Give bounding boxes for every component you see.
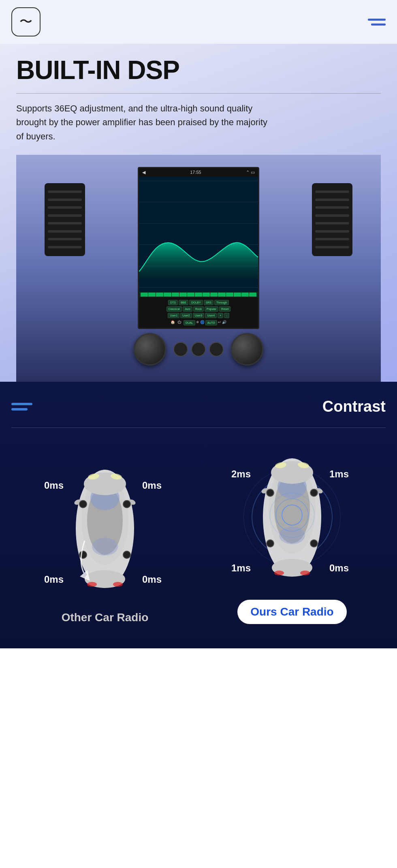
svg-point-16	[113, 582, 123, 587]
svg-point-28	[267, 540, 274, 547]
screen-time: 17:55	[190, 170, 201, 175]
svg-point-29	[310, 540, 318, 547]
hero-description: Supports 36EQ adjustment, and the ultra-…	[16, 102, 275, 143]
bottom-controls	[134, 333, 263, 366]
hero-divider	[16, 93, 381, 94]
ours-timing-bot-left: 1ms	[231, 562, 251, 574]
logo: 〜	[11, 7, 41, 36]
other-car-svg	[64, 460, 145, 597]
svg-point-9	[79, 500, 87, 508]
header: 〜	[0, 0, 397, 44]
eq-bars-row	[139, 292, 258, 297]
other-car-label: Other Car Radio	[62, 611, 149, 624]
hero-section: BUILT-IN DSP Supports 36EQ adjustment, a…	[0, 44, 397, 382]
car-comparison: 0ms 0ms 0ms 0ms	[11, 444, 386, 624]
contrast-title: Contrast	[322, 398, 386, 415]
ours-car-column: 2ms 1ms 1ms 0ms	[235, 444, 349, 624]
other-car-column: 0ms 0ms 0ms 0ms	[48, 455, 162, 624]
svg-point-27	[310, 489, 318, 496]
other-timing-bot-left: 0ms	[44, 574, 64, 585]
screen-controls: DTS BBE DOLBY SRS Through Classical Jazz…	[139, 297, 258, 328]
ours-car-view: 2ms 1ms 1ms 0ms	[235, 444, 349, 590]
contrast-line-1	[11, 403, 32, 405]
right-vent	[312, 183, 352, 256]
screen-status-bar: ◀ 17:55 ⌃ ▭	[139, 168, 258, 177]
hero-title: BUILT-IN DSP	[16, 56, 381, 84]
svg-point-33	[300, 571, 310, 575]
hamburger-line-2	[371, 24, 386, 26]
eq-display	[139, 177, 258, 292]
svg-point-4	[92, 538, 118, 556]
svg-point-15	[87, 582, 97, 587]
dash-interior: ◀ 17:55 ⌃ ▭	[45, 159, 352, 378]
svg-point-32	[274, 571, 284, 575]
svg-point-10	[123, 500, 130, 508]
svg-point-12	[123, 551, 130, 558]
left-knob[interactable]	[134, 333, 166, 366]
contrast-header: Contrast	[11, 398, 386, 415]
dashboard-image: ◀ 17:55 ⌃ ▭	[16, 155, 381, 382]
eq-curve-svg	[139, 231, 258, 280]
other-car-view: 0ms 0ms 0ms 0ms	[48, 455, 162, 601]
contrast-line-2	[11, 408, 28, 410]
right-knob[interactable]	[231, 333, 263, 366]
center-screen: ◀ 17:55 ⌃ ▭	[138, 167, 259, 329]
ours-car-label-button[interactable]: Ours Car Radio	[237, 600, 346, 624]
other-timing-top-left: 0ms	[44, 480, 64, 491]
svg-point-11	[79, 551, 87, 558]
svg-point-26	[267, 489, 274, 496]
ours-timing-top-left: 2ms	[231, 468, 251, 480]
contrast-divider	[11, 428, 386, 428]
hamburger-button[interactable]	[368, 19, 386, 26]
hamburger-line-1	[368, 19, 386, 21]
ours-car-svg	[252, 448, 333, 586]
contrast-icon	[11, 403, 32, 410]
logo-icon: 〜	[19, 13, 32, 31]
left-vent	[45, 183, 85, 256]
contrast-section: Contrast 0ms 0ms 0ms 0ms	[0, 382, 397, 648]
